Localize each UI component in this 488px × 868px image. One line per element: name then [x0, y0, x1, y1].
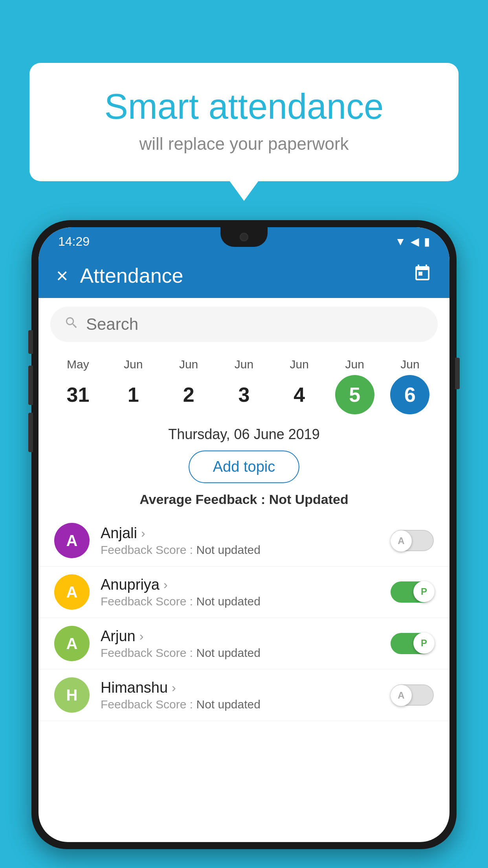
date-month: Jun — [124, 358, 143, 371]
student-name: Anupriya › — [101, 576, 380, 593]
student-list: AAnjali ›Feedback Score : Not updatedAAA… — [39, 515, 449, 721]
avg-feedback-row: Average Feedback : Not Updated — [39, 492, 449, 507]
speech-bubble-container: Smart attendance will replace your paper… — [29, 63, 459, 181]
date-month: Jun — [345, 358, 364, 371]
toggle-knob: A — [391, 685, 412, 706]
attendance-toggle[interactable]: P — [391, 633, 434, 654]
side-button-right — [455, 358, 460, 389]
date-item-0[interactable]: May31 — [52, 358, 103, 414]
app-bar: × Attendance — [39, 253, 449, 298]
attendance-toggle[interactable]: A — [391, 684, 434, 706]
avatar: A — [54, 574, 90, 610]
student-info: Anjali ›Feedback Score : Not updated — [101, 525, 380, 557]
front-camera — [240, 233, 248, 241]
date-month: Jun — [400, 358, 419, 371]
speech-bubble: Smart attendance will replace your paper… — [29, 63, 459, 181]
close-button[interactable]: × — [56, 264, 68, 287]
date-item-6[interactable]: Jun6 — [384, 358, 435, 414]
phone-outer: 14:29 ▼ ◀ ▮ × Attendance — [31, 220, 457, 849]
feedback-score: Feedback Score : Not updated — [101, 595, 380, 608]
status-time: 14:29 — [58, 234, 90, 249]
date-item-2[interactable]: Jun2 — [163, 358, 214, 414]
date-day: 3 — [224, 375, 264, 414]
student-item-3[interactable]: HHimanshu ›Feedback Score : Not updatedA — [39, 669, 449, 721]
student-info: Himanshu ›Feedback Score : Not updated — [101, 679, 380, 711]
student-item-0[interactable]: AAnjali ›Feedback Score : Not updatedA — [39, 515, 449, 566]
toggle-knob: P — [413, 581, 435, 602]
avatar: A — [54, 523, 90, 558]
date-month: May — [67, 358, 89, 371]
phone-container: 14:29 ▼ ◀ ▮ × Attendance — [31, 220, 457, 868]
wifi-icon: ▼ — [395, 235, 406, 248]
date-item-5[interactable]: Jun5 — [329, 358, 380, 414]
feedback-score: Feedback Score : Not updated — [101, 543, 380, 557]
student-info: Anupriya ›Feedback Score : Not updated — [101, 576, 380, 608]
search-icon — [64, 315, 79, 334]
bubble-subtitle: will replace your paperwork — [61, 134, 427, 154]
date-day: 6 — [390, 375, 429, 414]
date-day: 4 — [280, 375, 319, 414]
date-day: 5 — [335, 375, 374, 414]
student-name: Himanshu › — [101, 679, 380, 696]
selected-date-label: Thursday, 06 June 2019 — [39, 426, 449, 443]
date-month: Jun — [290, 358, 309, 371]
toggle-knob: P — [413, 633, 435, 654]
date-item-3[interactable]: Jun3 — [218, 358, 270, 414]
search-bar[interactable] — [50, 307, 438, 342]
avg-feedback-label: Average Feedback : — [139, 492, 265, 507]
date-day: 2 — [169, 375, 208, 414]
phone-notch — [220, 227, 268, 247]
calendar-icon[interactable] — [413, 264, 432, 287]
attendance-toggle[interactable]: A — [391, 530, 434, 551]
battery-icon: ▮ — [424, 235, 430, 248]
date-day: 31 — [58, 375, 97, 414]
date-month: Jun — [235, 358, 253, 371]
student-name: Arjun › — [101, 628, 380, 645]
student-name: Anjali › — [101, 525, 380, 542]
signal-icon: ◀ — [411, 235, 419, 248]
date-day: 1 — [114, 375, 153, 414]
chevron-icon: › — [172, 680, 176, 695]
side-button-left-3 — [28, 413, 33, 452]
avatar: A — [54, 626, 90, 661]
chevron-icon: › — [141, 526, 145, 541]
avg-feedback-value: Not Updated — [269, 492, 349, 507]
student-item-2[interactable]: AArjun ›Feedback Score : Not updatedP — [39, 618, 449, 669]
phone-screen: 14:29 ▼ ◀ ▮ × Attendance — [39, 227, 449, 842]
feedback-score: Feedback Score : Not updated — [101, 698, 380, 711]
date-item-1[interactable]: Jun1 — [108, 358, 159, 414]
attendance-toggle[interactable]: P — [391, 581, 434, 603]
student-item-1[interactable]: AAnupriya ›Feedback Score : Not updatedP — [39, 566, 449, 618]
side-button-left-2 — [28, 366, 33, 405]
app-title: Attendance — [80, 264, 401, 287]
date-scroll: May31Jun1Jun2Jun3Jun4Jun5Jun6 — [39, 351, 449, 414]
date-month: Jun — [179, 358, 198, 371]
add-topic-button[interactable]: Add topic — [189, 451, 299, 483]
date-item-4[interactable]: Jun4 — [274, 358, 325, 414]
side-button-left-1 — [28, 330, 33, 354]
bubble-title: Smart attendance — [61, 86, 427, 127]
chevron-icon: › — [163, 577, 168, 592]
avatar: H — [54, 677, 90, 713]
student-info: Arjun ›Feedback Score : Not updated — [101, 628, 380, 660]
feedback-score: Feedback Score : Not updated — [101, 646, 380, 660]
status-icons: ▼ ◀ ▮ — [395, 235, 430, 248]
search-input[interactable] — [86, 315, 424, 334]
toggle-knob: A — [391, 530, 412, 552]
chevron-icon: › — [139, 629, 144, 644]
